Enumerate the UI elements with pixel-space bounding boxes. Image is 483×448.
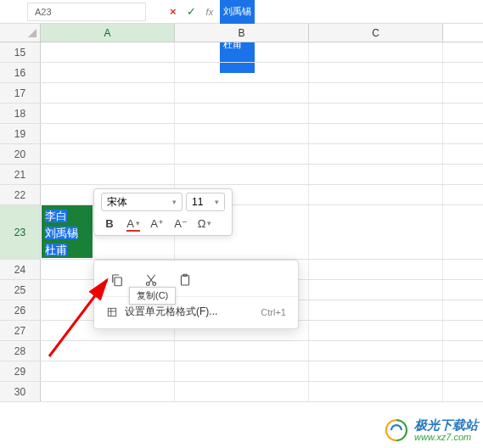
cell[interactable] xyxy=(175,144,309,164)
format-cells-icon xyxy=(106,306,125,318)
cell[interactable] xyxy=(41,124,175,143)
grid-row: 29 xyxy=(0,361,483,382)
cell[interactable] xyxy=(309,124,443,143)
grid-row: 17 xyxy=(0,83,483,104)
context-menu: 设置单元格格式(F)... Ctrl+1 xyxy=(93,260,299,329)
decrease-font-button[interactable]: A⁻ xyxy=(172,215,189,232)
cell[interactable] xyxy=(309,42,443,62)
svg-rect-0 xyxy=(115,277,121,286)
format-cells-item[interactable]: 设置单元格格式(F)... Ctrl+1 xyxy=(94,300,298,323)
cell[interactable] xyxy=(309,361,443,381)
mini-toolbar: 宋体▾ 11▾ B A▾ A⁺ A⁻ Ω▾ xyxy=(93,188,233,236)
watermark: 极光下载站 www.xz7.com xyxy=(384,417,478,443)
font-family-select[interactable]: 宋体▾ xyxy=(101,193,183,211)
cell[interactable] xyxy=(175,382,309,401)
cell[interactable] xyxy=(309,321,443,340)
chevron-down-icon: ▾ xyxy=(136,219,140,227)
cell[interactable] xyxy=(309,260,443,279)
column-header-b[interactable]: B xyxy=(175,24,309,42)
fx-icon[interactable]: fx xyxy=(203,7,217,17)
row-header[interactable]: 20 xyxy=(0,144,41,164)
cell[interactable] xyxy=(41,104,175,123)
increase-font-button[interactable]: A⁺ xyxy=(149,215,166,232)
column-headers: A B C xyxy=(0,24,483,42)
row-header[interactable]: 22 xyxy=(0,185,41,204)
symbol-button[interactable]: Ω▾ xyxy=(196,215,213,232)
cell[interactable] xyxy=(309,144,443,164)
cancel-icon[interactable]: × xyxy=(166,5,180,18)
paste-icon[interactable] xyxy=(174,269,196,291)
cell[interactable] xyxy=(41,382,175,401)
cell[interactable] xyxy=(175,124,309,143)
grid-row: 20 xyxy=(0,144,483,165)
grid-row: 16 xyxy=(0,63,483,83)
row-header[interactable]: 28 xyxy=(0,341,41,361)
active-cell-a23[interactable]: 李白 刘禹锡 杜甫 xyxy=(42,205,93,258)
cell[interactable] xyxy=(41,83,175,103)
row-header[interactable]: 16 xyxy=(0,63,41,82)
chevron-down-icon: ▾ xyxy=(172,198,177,206)
row-header[interactable]: 29 xyxy=(0,361,41,381)
cell[interactable] xyxy=(309,83,443,103)
cell[interactable] xyxy=(41,42,175,62)
cell[interactable] xyxy=(175,63,309,82)
cell[interactable] xyxy=(309,185,443,204)
column-header-c[interactable]: C xyxy=(309,24,443,42)
font-size-select[interactable]: 11▾ xyxy=(186,193,225,211)
cell[interactable] xyxy=(309,63,443,82)
cell[interactable] xyxy=(309,300,443,320)
row-header[interactable]: 24 xyxy=(0,260,41,279)
name-box[interactable]: A23 xyxy=(27,3,146,21)
row-header[interactable]: 25 xyxy=(0,280,41,300)
watermark-logo-icon xyxy=(384,417,409,443)
cell[interactable] xyxy=(41,341,175,361)
grid-row: 21 xyxy=(0,165,483,185)
grid-row: 18 xyxy=(0,104,483,124)
accept-icon[interactable]: ✓ xyxy=(183,5,199,18)
cell[interactable] xyxy=(309,104,443,123)
svg-rect-5 xyxy=(108,308,115,316)
bold-button[interactable]: B xyxy=(101,215,118,232)
svg-point-2 xyxy=(153,283,156,286)
select-all-corner[interactable] xyxy=(0,24,41,42)
row-header[interactable]: 17 xyxy=(0,83,41,103)
cell[interactable] xyxy=(309,280,443,300)
column-header-a[interactable]: A xyxy=(41,24,175,42)
copy-tooltip: 复制(C) xyxy=(129,287,176,305)
watermark-title: 极光下载站 xyxy=(414,418,478,433)
row-header[interactable]: 19 xyxy=(0,124,41,143)
cell[interactable] xyxy=(175,361,309,381)
grid-row: 30 xyxy=(0,382,483,402)
grid-row: 22 xyxy=(0,185,483,205)
grid-row: 15 xyxy=(0,42,483,63)
grid-row: 28 xyxy=(0,341,483,361)
svg-point-1 xyxy=(146,283,149,286)
cell[interactable] xyxy=(41,361,175,381)
formula-bar-area: A23 × ✓ fx 李白 刘禹锡 杜甫 xyxy=(0,0,483,24)
cell[interactable] xyxy=(175,341,309,361)
cell[interactable] xyxy=(175,83,309,103)
row-header[interactable]: 30 xyxy=(0,382,41,401)
cell[interactable] xyxy=(309,341,443,361)
svg-rect-3 xyxy=(182,276,189,285)
cell[interactable] xyxy=(175,104,309,123)
cell[interactable] xyxy=(175,42,309,62)
cell[interactable] xyxy=(309,165,443,184)
row-header[interactable]: 26 xyxy=(0,300,41,320)
font-color-button[interactable]: A▾ xyxy=(125,215,142,232)
chevron-down-icon: ▾ xyxy=(207,219,211,227)
watermark-url: www.xz7.com xyxy=(414,432,478,442)
chevron-down-icon: ▾ xyxy=(215,198,219,206)
cell[interactable] xyxy=(309,382,443,401)
cell[interactable] xyxy=(41,165,175,184)
cell[interactable] xyxy=(175,165,309,184)
row-header[interactable]: 27 xyxy=(0,321,41,340)
row-header[interactable]: 15 xyxy=(0,42,41,62)
row-header[interactable]: 21 xyxy=(0,165,41,184)
row-header[interactable]: 18 xyxy=(0,104,41,123)
grid-row: 19 xyxy=(0,124,483,144)
copy-icon[interactable] xyxy=(106,269,128,291)
cell[interactable] xyxy=(41,144,175,164)
cell[interactable] xyxy=(41,63,175,82)
